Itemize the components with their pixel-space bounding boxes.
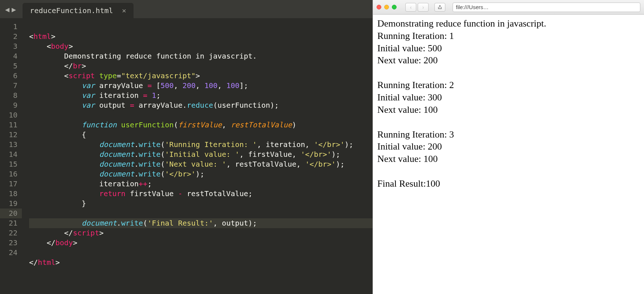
code-token: reduce xyxy=(187,101,213,110)
code-token: '</br>' xyxy=(165,170,195,178)
editor-tab-title: reduceFunction.html xyxy=(30,6,113,15)
code-token: output xyxy=(95,101,130,110)
line-number: 18 xyxy=(9,189,17,198)
code-token: ); xyxy=(336,160,345,168)
code-token: > xyxy=(73,238,77,247)
window-minimize-icon[interactable] xyxy=(384,5,389,9)
code-area[interactable]: <html> <body> Demonstrating reduce funct… xyxy=(22,18,373,294)
code-token: ); xyxy=(248,219,257,227)
line-number: 14 xyxy=(9,150,17,159)
line-number: 9 xyxy=(13,101,17,110)
code-token: ); xyxy=(196,170,204,178)
editor-body: 1 2 3 4 5 6 7 8 9 10 11 12 13 14 15 16 1… xyxy=(0,18,373,294)
output-line: Next value: 100 xyxy=(377,153,640,165)
code-token: document xyxy=(99,140,134,149)
line-number: 11 xyxy=(9,120,17,129)
window-close-icon[interactable] xyxy=(377,5,381,9)
line-number: 21 xyxy=(9,219,17,227)
editor-nav-fwd-icon[interactable]: ▶ xyxy=(12,6,16,13)
code-token: document xyxy=(99,170,134,178)
output-line: Initial value: 300 xyxy=(377,91,640,104)
line-number: 5 xyxy=(13,61,17,70)
output-line: Initial value: 200 xyxy=(377,140,640,153)
line-number: 22 xyxy=(9,229,17,237)
code-token: 'Running Iteration: ' xyxy=(165,140,257,149)
code-token: arrayValue xyxy=(95,81,148,90)
code-token: </ xyxy=(47,238,55,247)
code-token: ); xyxy=(345,140,353,149)
code-token: > xyxy=(51,32,55,41)
code-token: { xyxy=(82,130,86,139)
code-token: write xyxy=(139,150,160,159)
line-number: 16 xyxy=(9,170,17,178)
code-token: . xyxy=(134,140,139,149)
code-token: , xyxy=(222,120,231,129)
browser-forward-button[interactable]: › xyxy=(418,3,429,12)
code-token: ( xyxy=(160,170,165,178)
browser-share-button[interactable] xyxy=(434,3,445,12)
code-token: script xyxy=(68,71,95,80)
output-line: Demonstrating reduce function in javascr… xyxy=(377,17,640,30)
code-token: arrayValue. xyxy=(134,101,187,110)
code-token: function xyxy=(82,120,117,129)
code-token: 1 xyxy=(152,91,156,100)
code-token: body xyxy=(51,42,68,51)
code-token: var xyxy=(82,101,95,110)
code-token: iteration xyxy=(99,179,139,188)
code-token: . xyxy=(134,170,139,178)
line-number: 24 xyxy=(9,248,17,257)
line-number: 19 xyxy=(9,199,17,208)
code-token: > xyxy=(82,61,86,70)
code-token: . xyxy=(134,150,139,159)
window-zoom-icon[interactable] xyxy=(392,5,397,9)
editor-tab[interactable]: reduceFunction.html × xyxy=(23,3,134,18)
editor-nav-back-icon[interactable]: ◀ xyxy=(5,6,9,13)
output-gap xyxy=(377,165,640,178)
code-token: 'Next value: ' xyxy=(165,160,226,168)
code-token: html xyxy=(38,258,55,267)
line-number: 4 xyxy=(13,52,17,60)
code-token: , xyxy=(196,81,204,90)
code-token: </ xyxy=(64,229,73,237)
code-token: '</br>' xyxy=(305,160,336,168)
code-token: Demonstrating reduce function in javascr… xyxy=(64,52,257,60)
line-number: 3 xyxy=(13,42,17,51)
code-token: br xyxy=(73,61,82,70)
code-token: "text/javascript" xyxy=(121,71,196,80)
code-token: '</br>' xyxy=(314,140,345,149)
code-token: '</br>' xyxy=(301,150,331,159)
code-editor-pane: ◀ ▶ reduceFunction.html × 1 2 3 4 5 6 7 … xyxy=(0,0,373,294)
code-token: ( xyxy=(160,140,165,149)
code-token: write xyxy=(139,140,160,149)
line-number-gutter: 1 2 3 4 5 6 7 8 9 10 11 12 13 14 15 16 1… xyxy=(0,18,22,294)
code-token: > xyxy=(55,258,60,267)
browser-nav-buttons: ‹ › xyxy=(405,3,429,12)
code-token: = xyxy=(117,71,121,80)
code-token: > xyxy=(196,71,200,80)
browser-address-bar[interactable]: file:///Users… xyxy=(453,3,640,12)
window-traffic-lights xyxy=(377,5,397,9)
code-token: ( xyxy=(160,150,165,159)
chevron-right-icon: › xyxy=(422,4,424,10)
code-token: 'Initial value: ' xyxy=(165,150,239,159)
close-icon[interactable]: × xyxy=(122,6,126,15)
chevron-left-icon: ‹ xyxy=(410,4,412,10)
share-icon xyxy=(438,5,442,9)
code-token: ); xyxy=(331,150,340,159)
code-token: write xyxy=(139,170,160,178)
code-token: < xyxy=(64,71,68,80)
code-token: ( xyxy=(143,219,147,227)
line-number: 13 xyxy=(9,140,17,149)
code-token: = xyxy=(147,81,152,90)
output-gap xyxy=(377,116,640,128)
line-number: 10 xyxy=(9,111,17,119)
code-token: , xyxy=(174,81,182,90)
output-line: Initial value: 500 xyxy=(377,42,640,55)
line-number: 6 xyxy=(13,71,17,80)
browser-back-button[interactable]: ‹ xyxy=(405,3,416,12)
line-number: 1 xyxy=(13,22,17,31)
code-token: < xyxy=(29,32,33,41)
code-token: body xyxy=(55,238,73,247)
code-token: ; xyxy=(156,91,160,100)
output-line: Next value: 200 xyxy=(377,54,640,67)
